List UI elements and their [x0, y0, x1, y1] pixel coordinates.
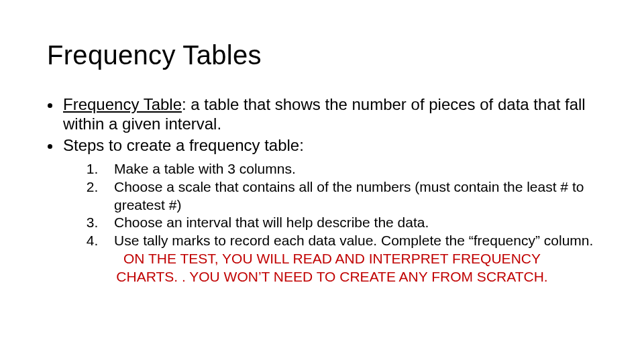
step-item: Choose a scale that contains all of the … — [106, 178, 597, 215]
term-frequency-table: Frequency Table — [63, 95, 182, 113]
steps-list: Make a table with 3 columns. Choose a sc… — [94, 160, 597, 250]
step-item: Make a table with 3 columns. — [106, 160, 597, 178]
test-note: ON THE TEST, YOU WILL READ AND INTERPRET… — [114, 250, 550, 286]
bullet-steps-intro: Steps to create a frequency table: — [62, 135, 597, 155]
step-item: Use tally marks to record each data valu… — [106, 232, 597, 250]
slide-title: Frequency Tables — [47, 40, 597, 70]
slide: Frequency Tables Frequency Table: a tabl… — [0, 0, 644, 362]
step-item: Choose an interval that will help descri… — [106, 214, 597, 232]
bullet-list: Frequency Table: a table that shows the … — [50, 95, 597, 155]
bullet-definition: Frequency Table: a table that shows the … — [62, 95, 597, 134]
